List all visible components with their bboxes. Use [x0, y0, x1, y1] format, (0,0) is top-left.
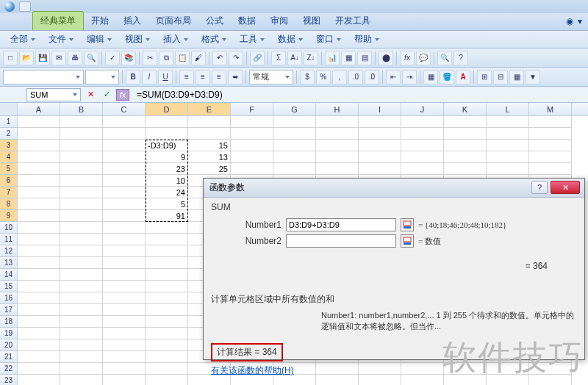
cell[interactable]	[60, 304, 103, 316]
row-header[interactable]: 20	[0, 339, 18, 351]
bold-icon[interactable]: B	[126, 70, 140, 84]
row-header[interactable]: 12	[0, 245, 18, 257]
cell[interactable]	[444, 163, 487, 175]
cell[interactable]	[359, 128, 401, 140]
spell-icon[interactable]: ✓	[105, 51, 120, 65]
align-left-icon[interactable]: ≡	[179, 70, 194, 84]
cell[interactable]: 13	[188, 151, 231, 163]
print-icon[interactable]: 🖶	[68, 51, 82, 65]
open-icon[interactable]: 📂	[19, 51, 34, 65]
cell[interactable]	[359, 116, 401, 128]
cell[interactable]	[103, 269, 146, 281]
cell[interactable]	[103, 245, 146, 257]
fill-color-icon[interactable]: 🪣	[440, 70, 454, 84]
cell[interactable]	[146, 269, 188, 281]
cell[interactable]	[103, 222, 146, 234]
cell[interactable]	[103, 375, 146, 385]
autofilter-icon[interactable]: ▼	[526, 70, 540, 84]
comment-icon[interactable]: 💬	[416, 51, 431, 65]
cell[interactable]	[18, 281, 60, 292]
cell[interactable]	[316, 163, 359, 175]
cell[interactable]	[18, 375, 60, 385]
cell[interactable]	[60, 351, 103, 363]
format-painter-icon[interactable]: 🖌	[191, 51, 206, 65]
cell[interactable]	[18, 151, 60, 163]
column-header[interactable]: E	[188, 103, 231, 115]
cell[interactable]	[529, 163, 572, 175]
paste-icon[interactable]: 📋	[175, 51, 190, 65]
link-icon[interactable]: 🔗	[250, 51, 265, 65]
cell[interactable]	[103, 234, 146, 245]
row-header[interactable]: 22	[0, 363, 18, 375]
cell[interactable]	[103, 210, 146, 222]
menu-item[interactable]: 数据	[272, 32, 309, 47]
column-header[interactable]: H	[316, 103, 359, 115]
insert-function-icon[interactable]: fx	[116, 89, 129, 101]
cell[interactable]	[231, 163, 273, 175]
row-header[interactable]: 10	[0, 222, 18, 234]
row-header[interactable]: 21	[0, 351, 18, 363]
cell[interactable]	[60, 292, 103, 304]
cell[interactable]	[18, 116, 60, 128]
cell[interactable]	[18, 292, 60, 304]
underline-icon[interactable]: U	[158, 70, 173, 84]
cell[interactable]	[103, 292, 146, 304]
cell[interactable]	[60, 363, 103, 375]
cell[interactable]	[60, 257, 103, 269]
collapse-dialog-icon[interactable]	[401, 218, 414, 231]
cell[interactable]: 24	[146, 187, 188, 198]
menu-item[interactable]: 插入	[157, 32, 194, 47]
cell[interactable]	[18, 351, 60, 363]
cell[interactable]	[18, 222, 60, 234]
size-combo[interactable]	[85, 70, 119, 84]
column-header[interactable]: M	[529, 103, 572, 115]
help-icon[interactable]: ◉	[566, 16, 573, 26]
italic-icon[interactable]: I	[142, 70, 157, 84]
row-header[interactable]: 13	[0, 257, 18, 269]
cell[interactable]	[60, 281, 103, 292]
cell[interactable]	[273, 151, 316, 163]
cell[interactable]	[18, 363, 60, 375]
column-header[interactable]: I	[359, 103, 401, 115]
cell[interactable]	[444, 116, 487, 128]
cell[interactable]	[487, 140, 529, 151]
cell[interactable]	[529, 128, 572, 140]
cell[interactable]	[18, 175, 60, 187]
numfmt-combo[interactable]: 常规	[249, 70, 293, 84]
row-header[interactable]: 16	[0, 292, 18, 304]
currency-icon[interactable]: $	[300, 70, 315, 84]
cell[interactable]	[444, 128, 487, 140]
cell[interactable]	[529, 140, 572, 151]
row-header[interactable]: 3	[0, 140, 18, 151]
cell[interactable]	[60, 187, 103, 198]
column-header[interactable]: F	[231, 103, 273, 115]
column-header[interactable]: D	[146, 103, 188, 115]
cell[interactable]	[273, 128, 316, 140]
cell[interactable]	[444, 140, 487, 151]
row-header[interactable]: 14	[0, 269, 18, 281]
cell[interactable]	[444, 151, 487, 163]
dec-decimal-icon[interactable]: .0	[365, 70, 379, 84]
collapse-dialog-icon[interactable]	[401, 234, 414, 248]
cell[interactable]	[401, 151, 444, 163]
name-box[interactable]: SUM	[26, 88, 81, 101]
cell[interactable]	[18, 316, 60, 328]
cell[interactable]	[146, 257, 188, 269]
menu-item[interactable]: 视图	[119, 32, 156, 47]
row-header[interactable]: 6	[0, 175, 18, 187]
column-header[interactable]: J	[401, 103, 444, 115]
cell[interactable]	[487, 151, 529, 163]
row-header[interactable]: 7	[0, 187, 18, 198]
column-header[interactable]: K	[444, 103, 487, 115]
row-header[interactable]: 9	[0, 210, 18, 222]
row-header[interactable]: 4	[0, 151, 18, 163]
func-icon[interactable]: fx	[400, 51, 415, 65]
function-help-link[interactable]: 有关该函数的帮助(H)	[211, 364, 577, 377]
cell[interactable]	[273, 116, 316, 128]
minimize-ribbon-icon[interactable]: ▾	[578, 16, 582, 26]
cell[interactable]	[60, 328, 103, 339]
cell[interactable]	[60, 375, 103, 385]
cell[interactable]	[103, 151, 146, 163]
cell[interactable]	[18, 128, 60, 140]
cell[interactable]	[146, 339, 188, 351]
